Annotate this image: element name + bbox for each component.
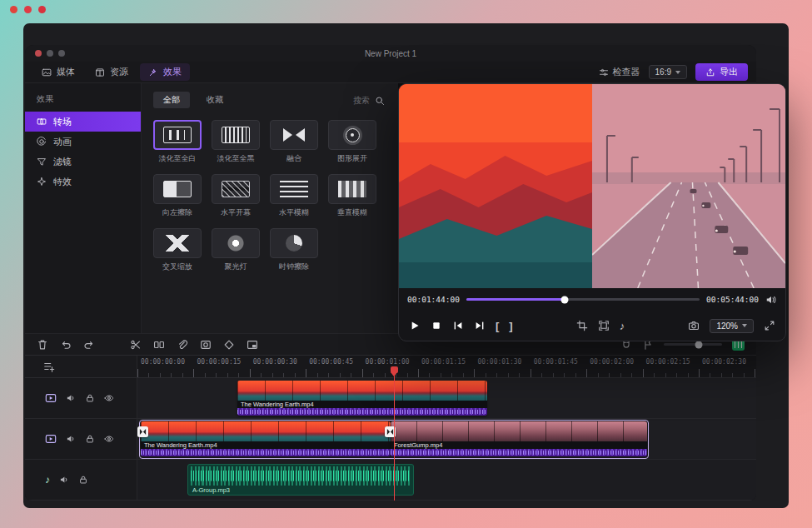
outer-minimize-button[interactable] [24,6,32,13]
titlebar: New Project 1 [25,45,756,62]
transition-marker-start[interactable] [137,426,148,437]
playhead[interactable] [394,366,395,501]
fullscreen-icon[interactable] [764,320,775,331]
next-frame-button[interactable] [474,320,486,331]
pip-icon[interactable] [247,339,258,351]
snapshot-camera-icon[interactable] [688,320,700,331]
split-icon[interactable] [153,339,165,351]
add-track-icon[interactable] [43,361,55,372]
effect-card-clock-wipe[interactable]: 时钟擦除 [270,228,318,272]
effect-card-shape-expand[interactable]: 图形展开 [328,120,376,164]
audio-detach-icon[interactable]: ♪ [620,321,625,331]
clip-a-group-audio[interactable]: A-Group.mp3 [187,464,414,496]
sidebar-item-label: 滤镜 [53,156,72,168]
previous-frame-button[interactable] [452,320,464,331]
play-button[interactable] [409,320,421,331]
track-header-video-2 [25,419,137,460]
timeline-body[interactable]: 00:00:00:0000:00:00:1500:00:00:3000:00:0… [137,356,756,501]
clip-name: The Wandering Earth.mp4 [241,401,314,408]
ruler-label: 00:00:01:30 [477,358,521,366]
seek-bar[interactable] [466,298,700,301]
stop-button[interactable] [431,320,442,331]
tab-media[interactable]: 媒体 [33,63,83,81]
sidebar-item-special-fx[interactable]: 特效 [25,172,141,192]
effect-card-cross-zoom[interactable]: 交叉缩放 [153,228,202,272]
effects-tab-all[interactable]: 全部 [153,92,190,108]
volume-icon[interactable] [765,294,777,306]
clip-forestgump[interactable]: ForestGump.mp4 [391,421,647,456]
aspect-ratio-dropdown[interactable]: 16:9 [649,65,687,79]
effect-card-horizontal-blur[interactable]: 水平模糊 [270,174,318,218]
effects-tabs: 全部 收藏 [153,92,386,108]
video-track-icon[interactable] [45,433,57,445]
clip-audio-waveform [237,408,487,416]
mark-out-button[interactable]: ] [509,321,512,331]
ruler-label: 00:00:02:15 [646,358,690,366]
effect-card-fade-to-black[interactable]: 淡化至全黑 [212,120,260,164]
tab-effects[interactable]: 效果 [140,63,190,81]
effect-card-vertical-blur[interactable]: 垂直模糊 [328,174,376,218]
export-button[interactable]: 导出 [695,63,748,81]
link-icon[interactable] [177,339,188,351]
mute-track-icon[interactable] [66,393,76,403]
tab-assets[interactable]: 资源 [87,63,137,81]
hide-track-icon[interactable] [104,393,114,403]
sidebar-item-animation[interactable]: 动画 [25,132,141,152]
edit-history-group [37,339,95,351]
effect-card-fade-to-white[interactable]: 淡化至全白 [153,120,202,164]
search-box[interactable]: 搜索 [353,95,385,107]
effect-card-dissolve[interactable]: 融合 [270,120,318,164]
effects-tab-favorites[interactable]: 收藏 [197,92,233,108]
video-track-icon[interactable] [45,392,57,404]
tab-assets-label: 资源 [110,66,128,78]
shape-expand-icon [338,127,366,143]
fit-frame-icon[interactable] [598,320,610,331]
keyframe-icon[interactable] [223,339,235,351]
outer-zoom-button[interactable] [38,6,46,13]
media-icon [42,67,52,77]
preview-screen[interactable] [399,84,785,288]
lock-track-icon[interactable] [85,393,95,403]
preview-zoom-dropdown[interactable]: 120% [710,319,754,333]
effect-label: 向左擦除 [153,207,202,218]
chevron-down-icon [675,71,680,74]
sidebar-item-transitions[interactable]: 转场 [25,112,141,132]
audio-track-icon[interactable]: ♪ [45,475,50,485]
effect-label: 融合 [270,153,318,164]
mask-icon[interactable] [200,339,212,351]
inspector-button[interactable]: 检查器 [599,66,640,78]
effect-card-horizontal-open[interactable]: 水平开幕 [212,174,260,218]
transition-marker-icon [139,428,147,436]
crop-icon[interactable] [576,320,588,331]
minimize-button[interactable] [47,50,53,57]
timeline-ruler[interactable]: 00:00:00:0000:00:00:1500:00:00:3000:00:0… [137,356,756,378]
frame-tools-group: ♪ [576,320,625,331]
clip-tools-group [130,339,258,351]
ruler-label: 00:00:02:30 [702,358,746,366]
undo-icon[interactable] [60,339,72,351]
redo-icon[interactable] [83,339,95,351]
lock-track-icon[interactable] [78,475,88,485]
delete-icon[interactable] [37,339,48,351]
zoom-button[interactable] [58,50,65,57]
effect-label: 聚光灯 [212,262,260,272]
mute-track-icon[interactable] [59,475,69,485]
clip-wandering-earth-track2[interactable]: The Wandering Earth.mp4 [141,421,391,456]
playback-group: [ ] [409,320,513,331]
lock-track-icon[interactable] [85,434,95,444]
timeline-zoom-slider[interactable] [664,343,722,346]
mute-track-icon[interactable] [66,434,76,444]
sidebar-item-filters[interactable]: 滤镜 [25,152,141,172]
mark-in-button[interactable]: [ [496,321,499,331]
seek-knob[interactable] [560,296,568,303]
outer-close-button[interactable] [10,6,17,13]
close-button[interactable] [35,50,42,57]
effects-panel: 全部 收藏 搜索 淡化至全白淡化至全黑融合图形展开向左擦除水平开幕水平模糊垂直模… [142,83,398,333]
effect-card-wipe-left[interactable]: 向左擦除 [153,174,202,218]
scissors-icon[interactable] [130,339,142,351]
clip-wandering-earth-track1[interactable]: The Wandering Earth.mp4 [237,381,487,416]
timeline-zoom-knob[interactable] [695,341,703,348]
tab-effects-label: 效果 [163,66,182,78]
hide-track-icon[interactable] [104,434,114,444]
effect-card-spotlight[interactable]: 聚光灯 [212,228,260,272]
